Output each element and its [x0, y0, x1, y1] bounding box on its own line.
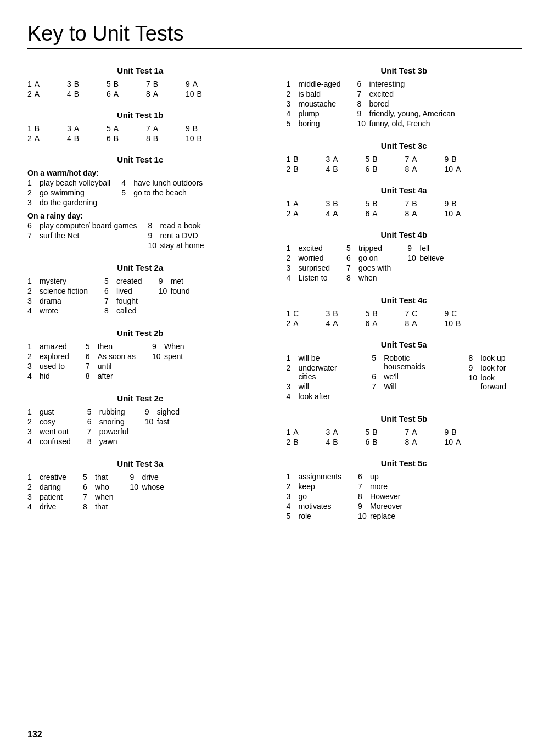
answer-number: 7: [87, 427, 97, 436]
answer-col: 6up7more8However9Moreover10replace: [358, 472, 402, 522]
answer-value: A: [333, 155, 338, 164]
list-item: 5role: [287, 512, 342, 520]
list-item: 8read a book: [148, 221, 204, 230]
answer-number: 1: [287, 472, 296, 481]
answer-value: B: [153, 80, 158, 88]
list-item: 10stay at home: [148, 241, 204, 250]
answer-number: 8: [87, 437, 97, 446]
list-item: 7Will: [372, 382, 452, 391]
answer-value: motivates: [299, 502, 332, 511]
answer-item: 4B: [326, 438, 354, 446]
list-item: 10found: [159, 287, 190, 295]
answer-value: we'll: [384, 372, 399, 381]
unit-title-unit5c: Unit Test 5c: [287, 458, 522, 468]
list-item: 7fought: [104, 296, 142, 305]
answer-number: 10: [407, 254, 417, 262]
answer-number: 9: [468, 363, 478, 372]
answer-value: A: [412, 209, 417, 218]
left-column: Unit Test 1a1A3B5B7B9A2A4B6A8A10BUnit Te…: [27, 66, 270, 534]
answer-number: 5: [366, 199, 370, 208]
answer-columns: 1gust2cosy3went out4confused5rubbing6sno…: [27, 407, 253, 447]
answer-number: 2: [27, 134, 32, 143]
answer-value: A: [74, 124, 79, 133]
answer-number: 9: [445, 199, 449, 208]
answer-item: 8A: [146, 89, 173, 98]
answer-value: tripped: [358, 244, 382, 253]
list-item: 2underwater cities: [287, 363, 356, 381]
unit-section-unit3c: Unit Test 3c1B3A5B7A9B2B4B6B8A10A: [287, 141, 522, 173]
answer-number: 4: [27, 502, 37, 511]
answer-value: look forward: [480, 373, 522, 391]
answer-columns: 1creative2daring3patient4drive5that6who7…: [27, 473, 253, 512]
answer-number: 2: [287, 482, 296, 491]
answer-item: 2A: [287, 209, 314, 218]
answer-value: that: [95, 473, 108, 481]
answer-number: 9: [445, 309, 449, 318]
content-area: Unit Test 1a1A3B5B7B9A2A4B6A8A10BUnit Te…: [27, 66, 522, 534]
list-item: 1mystery: [27, 277, 88, 285]
answer-item: 7C: [405, 309, 433, 318]
unit-title-unit5b: Unit Test 5b: [287, 414, 522, 423]
unit-section-unit2a: Unit Test 2a1mystery2science fiction3dra…: [27, 263, 253, 316]
answer-item: 5B: [107, 80, 134, 88]
answer-value: B: [35, 124, 40, 133]
unit-section-unit2c: Unit Test 2c1gust2cosy3went out4confused…: [27, 394, 253, 447]
answer-value: rent a DVD: [160, 231, 198, 240]
answer-number: 5: [366, 428, 370, 436]
answer-number: 5: [107, 80, 111, 88]
list-item: 6up: [358, 472, 402, 481]
list-item: 5created: [104, 277, 142, 285]
answer-number: 10: [186, 134, 194, 143]
answer-value: powerful: [99, 427, 128, 436]
answer-value: created: [116, 277, 142, 285]
answer-value: A: [193, 80, 198, 88]
answer-value: patient: [40, 492, 63, 501]
answer-columns: 1amazed2explored3used to4hid5then6As soo…: [27, 342, 253, 382]
answer-number: 8: [146, 89, 150, 98]
answer-item: 1B: [287, 155, 314, 164]
unit-title-unit4b: Unit Test 4b: [287, 230, 522, 239]
answer-number: 10: [152, 352, 162, 361]
answer-number: 4: [67, 134, 71, 143]
answer-number: 4: [287, 392, 296, 401]
answer-value: cosy: [40, 417, 55, 426]
list-item: 10look forward: [468, 373, 522, 391]
list-item: 1middle-aged: [287, 80, 341, 88]
answer-number: 10: [445, 209, 453, 218]
list-item: 4confused: [27, 437, 71, 446]
answer-col: 9sighed10fast: [145, 407, 180, 447]
list-item: 9drive: [130, 473, 164, 481]
answer-item: 3A: [326, 155, 354, 164]
unit-section-unit4b: Unit Test 4b1excited2worried3surprised4L…: [287, 230, 522, 283]
answer-value: is bald: [299, 89, 321, 98]
answer-value: B: [74, 89, 79, 98]
answer-number: 3: [27, 362, 37, 371]
answer-number: 1: [287, 80, 296, 88]
list-item: 4wrote: [27, 306, 88, 315]
answer-number: 7: [372, 382, 382, 391]
answer-value: explored: [40, 352, 69, 361]
answer-number: 9: [130, 473, 140, 481]
answer-col: 6interesting7excited8bored9friendly, you…: [357, 80, 455, 129]
unit-section-unit4c: Unit Test 4c1C3B5B7C9C2A4A6A8A10B: [287, 295, 522, 328]
answer-number: 6: [357, 80, 367, 88]
list-item: 1gust: [27, 407, 71, 416]
answer-columns: 1middle-aged2is bald3moustache4plump5bor…: [287, 80, 522, 129]
list-item: 5that: [83, 473, 113, 481]
answer-number: 2: [287, 319, 291, 328]
answer-number: 8: [346, 273, 356, 282]
answer-number: 9: [145, 407, 155, 416]
answer-value: will be: [299, 354, 320, 362]
answer-number: 5: [107, 124, 111, 133]
answer-number: 7: [86, 362, 96, 371]
answer-value: moustache: [299, 99, 336, 108]
answer-item: 5A: [107, 124, 134, 133]
answer-number: 7: [104, 296, 114, 305]
answer-col: 1amazed2explored3used to4hid: [27, 342, 69, 382]
answer-number: 6: [83, 483, 93, 491]
unit-title-unit5a: Unit Test 5a: [287, 340, 522, 349]
answer-number: 7: [27, 231, 37, 240]
answer-value: A: [372, 209, 377, 218]
answer-value: B: [372, 428, 377, 436]
list-item: 9look for: [468, 363, 522, 372]
